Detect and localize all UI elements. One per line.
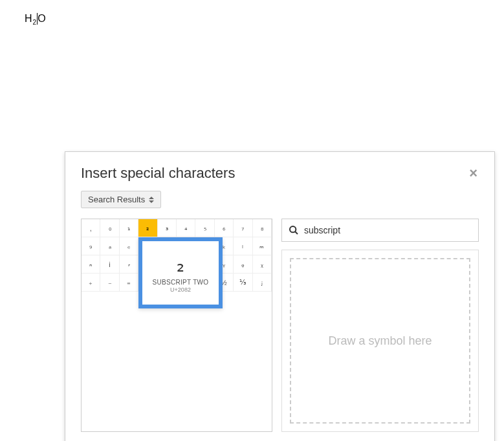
char-cell[interactable]: ᵪ (253, 255, 272, 274)
draw-hint-text: Draw a symbol here (328, 334, 432, 348)
special-characters-dialog: Insert special characters × Search Resul… (65, 151, 495, 441)
search-box[interactable] (281, 219, 479, 242)
doc-char-h: H (25, 13, 33, 24)
char-cell[interactable]: ₗ (234, 237, 252, 255)
char-cell[interactable]: ₃ (158, 219, 177, 237)
svg-line-1 (295, 231, 298, 234)
char-cell[interactable]: ᵣ (120, 255, 138, 274)
document-text-sample[interactable]: H2O (25, 13, 47, 26)
char-cell[interactable]: ₁ (120, 219, 138, 237)
search-input[interactable] (304, 225, 472, 235)
character-grid-panel: ,₀₁₂₃₄₅₆₇₈₉ₐₑₒₓₔₕₖₗₘₙiᵣᵤᵥₓᵦᵧᵩᵪ₊₋₌₍₎ⱼₒ½⅓ⱼ… (81, 219, 272, 432)
category-dropdown[interactable]: Search Results (81, 191, 161, 208)
caret-updown-icon (149, 197, 154, 203)
char-cell[interactable]: ₈ (253, 219, 272, 237)
char-cell[interactable]: ₑ (120, 237, 138, 255)
draw-panel: Draw a symbol here (281, 250, 479, 432)
char-cell[interactable]: i (100, 255, 119, 274)
character-preview-card: ₂ SUBSCRIPT TWO U+2082 (138, 237, 223, 308)
search-icon (289, 225, 299, 235)
preview-code: U+2082 (170, 286, 191, 293)
preview-name: SUBSCRIPT TWO (153, 279, 209, 286)
char-cell[interactable]: ₉ (82, 237, 100, 255)
char-cell[interactable]: ₂ (138, 219, 157, 237)
char-cell[interactable]: ⱼ (253, 274, 272, 292)
close-button[interactable]: × (468, 165, 479, 182)
dialog-title: Insert special characters (81, 165, 235, 182)
doc-char-o: O (38, 13, 46, 24)
dropdown-label: Search Results (88, 195, 145, 204)
dialog-header: Insert special characters × (81, 165, 479, 182)
char-cell[interactable]: ᵩ (234, 255, 252, 274)
char-cell[interactable]: ₌ (120, 274, 138, 292)
char-cell[interactable]: ₄ (177, 219, 195, 237)
dialog-panels: ,₀₁₂₃₄₅₆₇₈₉ₐₑₒₓₔₕₖₗₘₙiᵣᵤᵥₓᵦᵧᵩᵪ₊₋₌₍₎ⱼₒ½⅓ⱼ… (81, 219, 479, 432)
svg-point-0 (290, 226, 296, 232)
char-cell[interactable]: ⅓ (234, 274, 252, 292)
preview-char: ₂ (177, 253, 184, 276)
char-cell[interactable]: ₋ (100, 274, 119, 292)
char-cell[interactable]: ₙ (82, 255, 100, 274)
right-column: Draw a symbol here (281, 219, 479, 432)
char-cell[interactable]: ₀ (100, 219, 119, 237)
char-cell[interactable]: ₇ (234, 219, 252, 237)
char-cell[interactable]: ₅ (195, 219, 214, 237)
char-cell[interactable]: ₘ (253, 237, 272, 255)
char-cell[interactable]: ₊ (82, 274, 100, 292)
char-cell[interactable]: ₆ (215, 219, 234, 237)
draw-area[interactable]: Draw a symbol here (290, 258, 470, 424)
char-cell[interactable]: ₐ (100, 237, 119, 255)
char-cell[interactable]: , (82, 219, 100, 237)
